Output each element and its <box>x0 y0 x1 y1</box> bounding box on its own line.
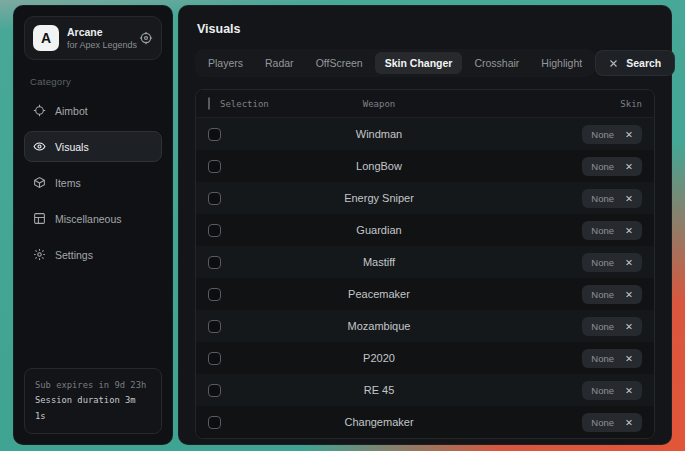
table-row: Mozambique None ✕ <box>196 310 654 342</box>
weapon-name: Mozambique <box>264 320 494 332</box>
weapon-name: Windman <box>264 128 494 140</box>
table-header-row: Selection Weapon Skin <box>196 90 654 118</box>
tab-bar: Players Radar OffScreen Skin Changer Cro… <box>195 49 595 77</box>
table-row: P2020 None ✕ <box>196 342 654 374</box>
skin-select[interactable]: None ✕ <box>582 413 642 432</box>
subscription-status-box: Sub expires in 9d 23h Session duration 3… <box>24 368 162 434</box>
skin-value: None <box>591 161 614 172</box>
clear-skin-icon[interactable]: ✕ <box>625 226 633 236</box>
weapon-name: Guardian <box>264 224 494 236</box>
target-icon[interactable] <box>139 31 153 45</box>
skin-value: None <box>591 289 614 300</box>
clear-skin-icon[interactable]: ✕ <box>625 162 633 172</box>
sidebar-item-miscellaneous[interactable]: Miscellaneous <box>24 203 162 234</box>
skin-value: None <box>591 193 614 204</box>
skin-select[interactable]: None ✕ <box>582 317 642 336</box>
row-checkbox[interactable] <box>208 352 221 365</box>
skin-select[interactable]: None ✕ <box>582 349 642 368</box>
tab-radar[interactable]: Radar <box>255 52 304 74</box>
gear-icon <box>33 248 46 261</box>
weapon-name: P2020 <box>264 352 494 364</box>
sidebar-nav: Aimbot Visuals Items Miscellaneous Setti… <box>24 95 162 270</box>
weapon-name: RE 45 <box>264 384 494 396</box>
row-checkbox[interactable] <box>208 256 221 269</box>
page-title: Visuals <box>197 22 655 36</box>
skin-select[interactable]: None ✕ <box>582 381 642 400</box>
skin-value: None <box>591 321 614 332</box>
tab-crosshair[interactable]: Crosshair <box>464 52 529 74</box>
table-row: LongBow None ✕ <box>196 150 654 182</box>
package-icon <box>33 176 46 189</box>
skin-value: None <box>591 385 614 396</box>
clear-skin-icon[interactable]: ✕ <box>625 290 633 300</box>
skin-changer-table: Selection Weapon Skin Windman None ✕ Lon… <box>195 89 655 439</box>
toolbar: Players Radar OffScreen Skin Changer Cro… <box>195 49 655 77</box>
row-checkbox[interactable] <box>208 320 221 333</box>
clear-skin-icon[interactable]: ✕ <box>625 258 633 268</box>
skin-value: None <box>591 257 614 268</box>
sidebar-item-settings[interactable]: Settings <box>24 239 162 270</box>
clear-skin-icon[interactable]: ✕ <box>625 418 633 428</box>
row-checkbox[interactable] <box>208 384 221 397</box>
table-row: RE 45 None ✕ <box>196 374 654 406</box>
weapon-name: Energy Sniper <box>264 192 494 204</box>
table-row: Energy Sniper None ✕ <box>196 182 654 214</box>
clear-skin-icon[interactable]: ✕ <box>625 386 633 396</box>
row-checkbox[interactable] <box>208 224 221 237</box>
skin-select[interactable]: None ✕ <box>582 157 642 176</box>
skin-select[interactable]: None ✕ <box>582 285 642 304</box>
skin-value: None <box>591 417 614 428</box>
table-row: Changemaker None ✕ <box>196 406 654 438</box>
weapon-name: LongBow <box>264 160 494 172</box>
main-panel: Visuals Players Radar OffScreen Skin Cha… <box>178 5 672 445</box>
skin-select[interactable]: None ✕ <box>582 221 642 240</box>
weapon-name: Mastiff <box>264 256 494 268</box>
brand-header: A Arcane for Apex Legends <box>24 16 162 60</box>
clear-skin-icon[interactable]: ✕ <box>625 354 633 364</box>
tab-players[interactable]: Players <box>198 52 253 74</box>
sidebar-item-items[interactable]: Items <box>24 167 162 198</box>
app-logo: A <box>33 25 59 51</box>
skin-value: None <box>591 225 614 236</box>
row-checkbox[interactable] <box>208 416 221 429</box>
row-checkbox[interactable] <box>208 288 221 301</box>
table-row: Guardian None ✕ <box>196 214 654 246</box>
clear-skin-icon[interactable]: ✕ <box>625 194 633 204</box>
skin-select[interactable]: None ✕ <box>582 189 642 208</box>
column-selection: Selection <box>220 99 269 109</box>
app-name: Arcane <box>67 26 131 38</box>
weapon-name: Peacemaker <box>264 288 494 300</box>
table-body: Windman None ✕ LongBow None ✕ Energy Sni… <box>196 118 654 438</box>
table-row: Peacemaker None ✕ <box>196 278 654 310</box>
column-weapon: Weapon <box>264 99 494 109</box>
select-all-checkbox[interactable] <box>208 97 210 110</box>
skin-select[interactable]: None ✕ <box>582 125 642 144</box>
sidebar-item-visuals[interactable]: Visuals <box>24 131 162 162</box>
clear-skin-icon[interactable]: ✕ <box>625 322 633 332</box>
sidebar-panel: A Arcane for Apex Legends Category Aimbo… <box>13 5 173 445</box>
table-row: Windman None ✕ <box>196 118 654 150</box>
session-duration-text: Session duration 3m 1s <box>35 393 151 424</box>
tab-skin-changer[interactable]: Skin Changer <box>375 52 463 74</box>
app-subtitle: for Apex Legends <box>67 40 131 50</box>
clear-skin-icon[interactable]: ✕ <box>625 130 633 140</box>
sub-expiry-text: Sub expires in 9d 23h <box>35 378 151 393</box>
row-checkbox[interactable] <box>208 160 221 173</box>
search-button[interactable]: Search <box>595 50 675 76</box>
tab-highlight[interactable]: Highlight <box>531 52 592 74</box>
skin-select[interactable]: None ✕ <box>582 253 642 272</box>
crosshair-icon <box>33 104 46 117</box>
skin-value: None <box>591 353 614 364</box>
eye-icon <box>33 140 46 153</box>
tab-offscreen[interactable]: OffScreen <box>306 52 373 74</box>
layout-grid-icon <box>33 212 46 225</box>
skin-value: None <box>591 129 614 140</box>
category-label: Category <box>30 76 156 87</box>
search-icon <box>609 59 618 68</box>
row-checkbox[interactable] <box>208 128 221 141</box>
table-row: Mastiff None ✕ <box>196 246 654 278</box>
row-checkbox[interactable] <box>208 192 221 205</box>
sidebar-item-aimbot[interactable]: Aimbot <box>24 95 162 126</box>
column-skin: Skin <box>494 99 642 109</box>
weapon-name: Changemaker <box>264 416 494 428</box>
